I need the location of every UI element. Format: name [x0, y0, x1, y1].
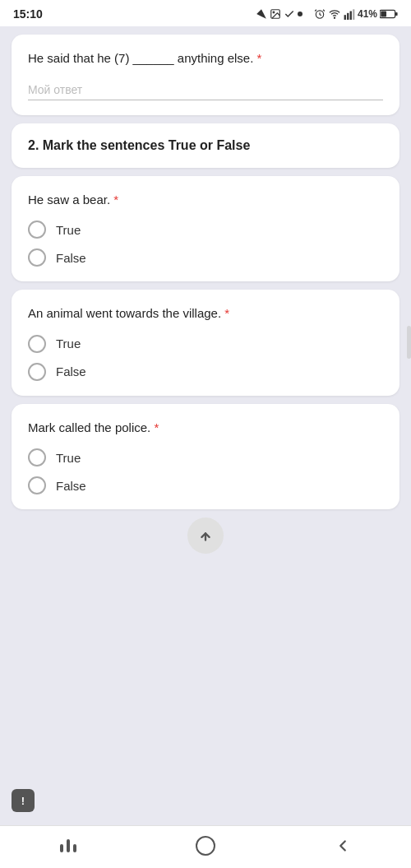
wifi-icon	[328, 8, 341, 20]
q-bear-options: True False	[28, 220, 383, 267]
svg-point-13	[196, 837, 215, 855]
chevron-up-icon	[196, 527, 215, 545]
q-bear-false-label: False	[56, 251, 86, 265]
q-animal-card: An animal went towards the village. * Tr…	[12, 290, 399, 396]
q-bear-true-radio[interactable]	[28, 220, 46, 239]
q-police-true-radio[interactable]	[28, 448, 46, 466]
svg-point-4	[334, 17, 335, 18]
nav-menu-button[interactable]	[0, 826, 137, 865]
svg-rect-6	[347, 13, 349, 20]
back-icon	[334, 837, 352, 855]
q-bear-true-option[interactable]: True	[28, 220, 383, 239]
q-animal-options: True False	[28, 335, 383, 381]
section-header-card: 2. Mark the sentences True or False	[12, 123, 399, 168]
q-police-false-label: False	[56, 479, 86, 493]
section-header-text: 2. Mark the sentences True or False	[28, 138, 383, 153]
q-police-true-label: True	[56, 451, 81, 465]
image-icon	[270, 8, 281, 20]
svg-point-1	[273, 12, 275, 13]
status-icons: 41%	[256, 8, 398, 20]
q-animal-false-radio[interactable]	[28, 363, 46, 381]
q-bear-false-radio[interactable]	[28, 248, 46, 267]
q-bear-false-option[interactable]: False	[28, 248, 383, 267]
fill-blank-question: He said that he (7) ______ anything else…	[28, 49, 383, 68]
q-bear-question: He saw a bear. *	[28, 191, 383, 210]
battery-percentage: 41%	[358, 8, 377, 20]
q-police-false-option[interactable]: False	[28, 476, 383, 494]
svg-rect-7	[350, 12, 352, 21]
fill-blank-card: He said that he (7) ______ anything else…	[12, 35, 399, 115]
svg-rect-11	[381, 12, 386, 17]
signal-icon	[344, 8, 355, 20]
content-area: He said that he (7) ______ anything else…	[0, 26, 411, 825]
required-star-2: *	[113, 193, 118, 207]
q-animal-true-label: True	[56, 337, 81, 350]
required-star-3: *	[224, 306, 229, 320]
alarm-icon	[314, 8, 326, 20]
q-animal-question: An animal went towards the village. *	[28, 304, 383, 323]
scroll-top-button[interactable]	[187, 518, 224, 554]
required-star-4: *	[154, 420, 159, 434]
q-police-question: Mark called the police. *	[28, 419, 383, 438]
check-icon	[284, 8, 295, 20]
q-bear-true-label: True	[56, 223, 81, 237]
q-animal-true-option[interactable]: True	[28, 335, 383, 353]
q-bear-card: He saw a bear. * True False	[12, 176, 399, 282]
notification-label: !	[21, 795, 25, 807]
notification-bubble[interactable]: !	[12, 789, 35, 812]
battery-icon	[380, 9, 398, 19]
q-animal-false-label: False	[56, 364, 86, 378]
q-police-options: True False	[28, 448, 383, 494]
fill-blank-input[interactable]	[28, 77, 383, 100]
navigation-icon	[256, 8, 267, 20]
menu-icon	[60, 839, 76, 852]
q-police-true-option[interactable]: True	[28, 448, 383, 466]
svg-rect-8	[353, 9, 354, 20]
status-time: 15:10	[13, 7, 43, 21]
required-star-1: *	[257, 51, 262, 65]
svg-point-2	[298, 12, 302, 16]
q-animal-false-option[interactable]: False	[28, 363, 383, 381]
svg-rect-10	[395, 12, 398, 16]
svg-rect-5	[344, 15, 346, 20]
status-bar: 15:10	[0, 0, 411, 26]
home-icon	[195, 835, 216, 856]
q-animal-true-radio[interactable]	[28, 335, 46, 353]
dot-icon	[298, 12, 302, 16]
q-police-false-radio[interactable]	[28, 476, 46, 494]
scroll-top-container	[0, 518, 411, 554]
bottom-nav	[0, 825, 411, 868]
q-police-card: Mark called the police. * True False	[12, 404, 399, 510]
nav-back-button[interactable]	[274, 826, 411, 865]
nav-home-button[interactable]	[137, 826, 275, 865]
scroll-indicator	[407, 326, 411, 359]
